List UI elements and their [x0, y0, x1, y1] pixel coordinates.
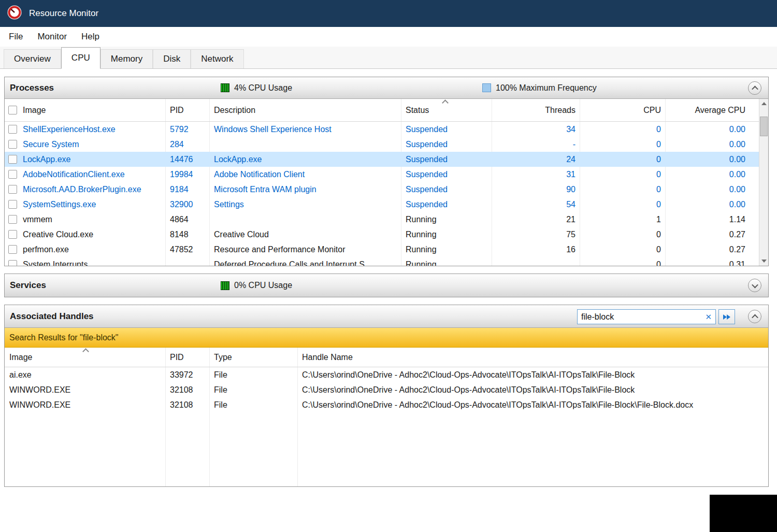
select-all-checkbox[interactable]: [8, 106, 17, 114]
process-threads: 34: [492, 125, 580, 134]
handle-name: C:\Users\orind\OneDrive - Adhoc2\Cloud-O…: [297, 385, 768, 395]
scroll-up-icon[interactable]: [761, 102, 767, 105]
window-title: Resource Monitor: [29, 8, 98, 19]
column-header-type[interactable]: Type: [209, 353, 297, 362]
process-status: Suspended: [401, 140, 492, 149]
row-checkbox[interactable]: [8, 230, 17, 239]
column-label-image: Image: [23, 106, 46, 115]
row-checkbox[interactable]: [8, 260, 17, 266]
column-header-pid[interactable]: PID: [165, 353, 209, 362]
process-description: Microsoft Entra WAM plugin: [209, 185, 401, 194]
process-pid: 8148: [165, 230, 209, 239]
handle-row[interactable]: WINWORD.EXE 32108 File C:\Users\orind\On…: [5, 397, 768, 412]
menu-file[interactable]: File: [2, 28, 30, 45]
tab-memory[interactable]: Memory: [100, 49, 153, 68]
menu-bar: File Monitor Help: [0, 27, 777, 47]
process-avg-cpu: 0.00: [665, 200, 759, 209]
handles-header: Associated Handles ✕: [5, 305, 768, 328]
menu-monitor[interactable]: Monitor: [30, 28, 74, 45]
row-checkbox[interactable]: [8, 155, 17, 164]
cell-image: LockApp.exe: [5, 155, 165, 164]
process-row-clipped[interactable]: System Interrupts Deferred Procedure Cal…: [5, 257, 759, 266]
process-cpu: 0: [580, 230, 665, 239]
process-cpu: 0: [580, 185, 665, 194]
row-checkbox[interactable]: [8, 140, 17, 149]
handles-collapse-button[interactable]: [748, 310, 761, 323]
process-threads: 24: [492, 155, 580, 164]
process-status: Running: [401, 215, 492, 224]
column-header-average-cpu[interactable]: Average CPU: [665, 106, 759, 115]
process-pid: 14476: [165, 155, 209, 164]
handles-title: Associated Handles: [10, 311, 94, 322]
process-avg-cpu: 0.00: [665, 125, 759, 134]
handles-search-input[interactable]: [581, 312, 703, 322]
tab-network[interactable]: Network: [191, 49, 243, 68]
process-avg-cpu: 0.00: [665, 140, 759, 149]
process-pid: 32900: [165, 200, 209, 209]
tab-cpu[interactable]: CPU: [61, 47, 100, 69]
process-row[interactable]: Secure System 284 Suspended - 0 0.00: [5, 137, 759, 152]
process-pid: 9184: [165, 185, 209, 194]
process-avg-cpu: 0.27: [665, 230, 759, 239]
handle-type: File: [209, 385, 297, 395]
process-status: Running: [401, 260, 492, 267]
process-row[interactable]: vmmem 4864 Running 21 1 1.14: [5, 212, 759, 227]
clear-search-icon[interactable]: ✕: [703, 312, 712, 322]
cell-image: Creative Cloud.exe: [5, 230, 165, 239]
search-handles-button[interactable]: [718, 309, 735, 324]
column-header-description[interactable]: Description: [209, 106, 401, 115]
processes-title: Processes: [10, 83, 54, 93]
column-header-status[interactable]: Status: [401, 106, 492, 115]
handles-search-box[interactable]: ✕: [577, 309, 716, 324]
handle-row[interactable]: ai.exe 33972 File C:\Users\orind\OneDriv…: [5, 367, 768, 382]
cell-image: ShellExperienceHost.exe: [5, 125, 165, 134]
handle-row[interactable]: WINWORD.EXE 32108 File C:\Users\orind\On…: [5, 382, 768, 397]
handle-name: C:\Users\orind\OneDrive - Adhoc2\Cloud-O…: [297, 370, 768, 380]
row-checkbox[interactable]: [8, 170, 17, 179]
title-bar: Resource Monitor: [0, 0, 777, 27]
processes-header: Processes 4% CPU Usage 100% Maximum Freq…: [5, 77, 768, 99]
scrollbar-thumb[interactable]: [760, 117, 768, 136]
resource-monitor-icon: [7, 5, 22, 22]
vertical-scrollbar[interactable]: [759, 99, 768, 266]
column-header-image[interactable]: Image: [5, 106, 165, 115]
process-row[interactable]: AdobeNotificationClient.exe 19984 Adobe …: [5, 167, 759, 182]
process-cpu: 0: [580, 140, 665, 149]
cpu-usage-graph-icon: [221, 83, 229, 92]
column-header-threads[interactable]: Threads: [492, 106, 580, 115]
scroll-down-icon[interactable]: [761, 260, 767, 263]
tab-disk[interactable]: Disk: [153, 49, 191, 68]
services-header: Services 0% CPU Usage: [5, 274, 768, 297]
redaction-block: [710, 495, 777, 532]
process-avg-cpu: 0.00: [665, 185, 759, 194]
process-description: Windows Shell Experience Host: [209, 125, 401, 134]
tab-overview[interactable]: Overview: [4, 49, 61, 68]
process-cpu: 1: [580, 215, 665, 224]
column-header-handle-name[interactable]: Handle Name: [297, 353, 768, 362]
process-cpu: 0: [580, 200, 665, 209]
process-row[interactable]: SystemSettings.exe 32900 Settings Suspen…: [5, 197, 759, 212]
processes-collapse-button[interactable]: [748, 81, 761, 95]
row-checkbox[interactable]: [8, 125, 17, 134]
column-header-pid[interactable]: PID: [165, 106, 209, 115]
process-cpu: 0: [580, 125, 665, 134]
column-header-cpu[interactable]: CPU: [580, 106, 665, 115]
menu-help[interactable]: Help: [74, 28, 107, 45]
chevron-down-icon: [752, 281, 758, 288]
cpu-usage-label: 4% CPU Usage: [234, 83, 292, 93]
process-status: Running: [401, 230, 492, 239]
handle-pid: 32108: [165, 400, 209, 410]
process-row[interactable]: Microsoft.AAD.BrokerPlugin.exe 9184 Micr…: [5, 182, 759, 197]
row-checkbox[interactable]: [8, 245, 17, 254]
process-row[interactable]: Creative Cloud.exe 8148 Creative Cloud R…: [5, 227, 759, 242]
process-row[interactable]: perfmon.exe 47852 Resource and Performan…: [5, 242, 759, 257]
tab-bar: Overview CPU Memory Disk Network: [0, 47, 777, 69]
process-avg-cpu: 0.00: [665, 155, 759, 164]
services-expand-button[interactable]: [748, 279, 761, 292]
process-row-selected[interactable]: LockApp.exe 14476 LockApp.exe Suspended …: [5, 152, 759, 167]
process-row[interactable]: ShellExperienceHost.exe 5792 Windows She…: [5, 122, 759, 137]
row-checkbox[interactable]: [8, 200, 17, 209]
row-checkbox[interactable]: [8, 185, 17, 194]
processes-column-headers: Image PID Description Status Threads CPU…: [5, 99, 759, 122]
row-checkbox[interactable]: [8, 215, 17, 224]
